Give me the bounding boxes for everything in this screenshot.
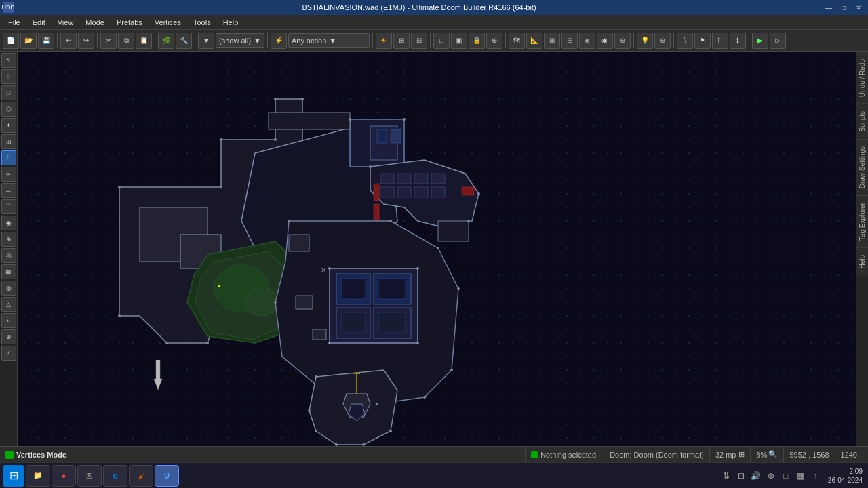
lt-scatter[interactable]: ⠶ bbox=[1, 313, 16, 328]
num1-btn[interactable]: # bbox=[677, 33, 693, 49]
map5-btn[interactable]: ◈ bbox=[579, 33, 595, 49]
lt-fill[interactable]: ◉ bbox=[1, 216, 16, 230]
menu-tools[interactable]: Tools bbox=[188, 17, 216, 28]
mode-btn1[interactable]: 🌿 bbox=[158, 33, 174, 49]
sep4 bbox=[195, 33, 195, 48]
svg-rect-14 bbox=[414, 174, 428, 184]
view1-btn[interactable]: □ bbox=[433, 33, 450, 49]
udb-icon: U bbox=[164, 472, 170, 480]
taskbar-chrome[interactable]: ● bbox=[52, 465, 76, 487]
close-button[interactable]: ✕ bbox=[852, 1, 865, 14]
view3-btn[interactable]: 🔒 bbox=[469, 33, 485, 49]
tray-network[interactable]: ⇅ bbox=[721, 470, 732, 481]
view4-btn[interactable]: ⊕ bbox=[486, 33, 502, 49]
tray-usb[interactable]: ⊟ bbox=[736, 470, 747, 481]
grid-btn[interactable]: ⊞ bbox=[393, 33, 410, 49]
rp-draw-settings[interactable]: Draw Settings bbox=[856, 139, 868, 195]
taskbar-udb[interactable]: U bbox=[155, 465, 179, 487]
menu-view[interactable]: View bbox=[52, 17, 79, 28]
sep10 bbox=[673, 33, 674, 48]
map4-btn[interactable]: ⊟ bbox=[561, 33, 578, 49]
lt-sphere[interactable]: ◍ bbox=[1, 281, 16, 296]
rp-scripts[interactable]: Scripts bbox=[856, 104, 868, 139]
taskbar-explorer[interactable]: 📁 bbox=[26, 465, 50, 487]
lt-paint[interactable]: ⊕ bbox=[1, 232, 16, 247]
sep7 bbox=[430, 33, 431, 48]
sun-btn[interactable]: ☀ bbox=[376, 33, 392, 49]
menu-file[interactable]: File bbox=[3, 17, 26, 28]
start-button[interactable]: ⊞ bbox=[3, 465, 24, 487]
lt-vertices[interactable]: ⠿ bbox=[1, 150, 16, 165]
play-btn[interactable]: ▶ bbox=[752, 33, 768, 49]
map6-btn[interactable]: ◉ bbox=[597, 33, 613, 49]
minimize-button[interactable]: — bbox=[822, 1, 835, 14]
redo-button[interactable]: ↪ bbox=[78, 33, 94, 49]
tray-sound[interactable]: 🔊 bbox=[751, 470, 762, 481]
map3-btn[interactable]: ⊞ bbox=[544, 33, 560, 49]
svg-point-71 bbox=[416, 267, 419, 270]
play2-btn[interactable]: ▷ bbox=[770, 33, 786, 49]
menu-prefabs[interactable]: Prefabs bbox=[111, 17, 148, 28]
grid2-btn[interactable]: ⊟ bbox=[411, 33, 427, 49]
filter-icon: ▼ bbox=[198, 33, 214, 49]
taskbar-edge[interactable]: e bbox=[103, 465, 127, 487]
mode-btn2[interactable]: 🔧 bbox=[176, 33, 192, 49]
filter-label: (show all) bbox=[219, 37, 251, 45]
taskbar-time[interactable]: 2:09 26-04-2024 bbox=[825, 467, 865, 485]
menu-help[interactable]: Help bbox=[218, 17, 244, 28]
svg-rect-33 bbox=[378, 312, 406, 333]
svg-rect-17 bbox=[397, 187, 411, 197]
tray-bars[interactable]: ▦ bbox=[795, 470, 806, 481]
map-canvas[interactable]: ✕ bbox=[18, 52, 856, 446]
undo-button[interactable]: ↩ bbox=[60, 33, 77, 49]
rp-help[interactable]: Help bbox=[856, 247, 868, 276]
cut-button[interactable]: ✂ bbox=[100, 33, 117, 49]
flag2-btn[interactable]: ⚐ bbox=[712, 33, 728, 49]
svg-rect-12 bbox=[380, 174, 394, 184]
tray-steam[interactable]: ⊕ bbox=[766, 470, 776, 481]
menu-mode[interactable]: Mode bbox=[80, 17, 110, 28]
lt-curve[interactable]: ⌒ bbox=[1, 199, 16, 214]
lt-zoom[interactable]: ⊕ bbox=[1, 329, 16, 344]
rp-tag-explorer[interactable]: Tag Explorer bbox=[856, 195, 868, 247]
tray-app1[interactable]: □ bbox=[781, 470, 791, 481]
map7-btn[interactable]: ⊕ bbox=[614, 33, 631, 49]
light2-btn[interactable]: ⊕ bbox=[654, 33, 671, 49]
status-coords: 5952 , 1568 bbox=[783, 447, 834, 462]
view2-btn[interactable]: ▣ bbox=[451, 33, 467, 49]
map2-btn[interactable]: 📐 bbox=[526, 33, 542, 49]
svg-point-62 bbox=[315, 375, 317, 378]
lt-grid[interactable]: ⊞ bbox=[1, 134, 16, 149]
lt-pencil[interactable]: ✏ bbox=[1, 167, 16, 182]
flag1-btn[interactable]: ⚑ bbox=[694, 33, 711, 49]
light-btn[interactable]: 💡 bbox=[637, 33, 653, 49]
paste-button[interactable]: 📋 bbox=[136, 33, 152, 49]
save-button[interactable]: 💾 bbox=[38, 33, 54, 49]
menu-vertices[interactable]: Vertices bbox=[149, 17, 186, 28]
taskbar-app3[interactable]: ◎ bbox=[77, 465, 102, 487]
lt-pointer[interactable]: ↖ bbox=[1, 53, 16, 68]
info-btn[interactable]: ℹ bbox=[730, 33, 746, 49]
action-dropdown[interactable]: Any action ▼ bbox=[288, 33, 370, 48]
lt-ruler[interactable]: ═ bbox=[1, 183, 16, 198]
lt-mountain[interactable]: △ bbox=[1, 297, 16, 312]
filter-dropdown[interactable]: (show all) ▼ bbox=[216, 33, 264, 48]
tray-arrow[interactable]: ↑ bbox=[810, 470, 821, 481]
lt-star[interactable]: ✦ bbox=[1, 118, 16, 133]
new-button[interactable]: 📄 bbox=[3, 33, 19, 49]
lt-circle[interactable]: ○ bbox=[1, 69, 16, 84]
taskbar-paint[interactable]: 🖌 bbox=[129, 465, 153, 487]
open-button[interactable]: 📂 bbox=[20, 33, 37, 49]
lt-check[interactable]: ✓ bbox=[1, 346, 16, 361]
sep2 bbox=[97, 33, 98, 48]
lt-texture[interactable]: ▦ bbox=[1, 264, 16, 279]
lt-polygon[interactable]: ⬡ bbox=[1, 102, 16, 117]
menu-edit[interactable]: Edit bbox=[27, 17, 51, 28]
maximize-button[interactable]: □ bbox=[837, 1, 850, 14]
rp-undo-redo[interactable]: Undo / Redo bbox=[856, 52, 868, 104]
lt-sound[interactable]: ◎ bbox=[1, 248, 16, 263]
lt-square[interactable]: □ bbox=[1, 85, 16, 100]
svg-point-60 bbox=[315, 430, 317, 432]
copy-button[interactable]: ⧉ bbox=[118, 33, 134, 49]
map1-btn[interactable]: 🗺 bbox=[509, 33, 525, 49]
